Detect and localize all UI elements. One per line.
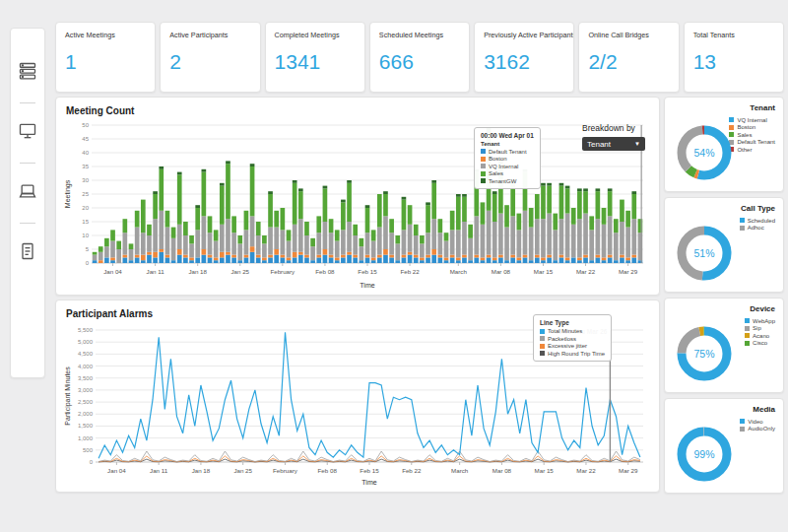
stat-label: Previously Active Participants: [484, 31, 573, 39]
svg-text:Jan 11: Jan 11: [150, 467, 168, 474]
legend-title: Line Type: [540, 319, 605, 326]
legend-label: Other: [737, 147, 752, 153]
svg-text:Mar 29: Mar 29: [619, 268, 638, 275]
stat-label: Active Participants: [169, 31, 259, 39]
svg-text:50: 50: [82, 122, 89, 128]
svg-text:Time: Time: [360, 282, 374, 289]
tooltip-series-item: Default Tenant: [481, 149, 534, 155]
tooltip-series-item: TenantGW: [481, 178, 534, 184]
chevron-down-icon: ▼: [634, 141, 640, 147]
svg-text:2,500: 2,500: [78, 399, 94, 405]
meeting-count-panel: Meeting Count Breakdown by Tenant ▼ 00:0…: [55, 97, 660, 296]
donut-legend-item: Other: [729, 147, 775, 153]
legend-label: Sales: [489, 170, 503, 176]
breakdown-control: Breakdown by Tenant ▼: [582, 123, 645, 151]
legend-item[interactable]: High Round Trip Time: [540, 351, 605, 357]
legend-label: Boston: [489, 156, 507, 162]
svg-text:Jan 11: Jan 11: [147, 268, 165, 275]
legend-swatch: [481, 164, 486, 168]
donut-legend-item: Acano: [745, 333, 775, 339]
svg-text:51%: 51%: [693, 247, 714, 259]
stat-value: 2/2: [588, 50, 678, 74]
stat-card-previously-active-participants: Previously Active Participants 3162: [474, 22, 574, 93]
meetings-list-icon[interactable]: [18, 61, 37, 85]
stat-label: Online Call Bridges: [588, 31, 678, 39]
svg-text:Jan 18: Jan 18: [192, 467, 211, 474]
svg-text:Mar 08: Mar 08: [492, 467, 512, 474]
legend-item[interactable]: Packetloss: [540, 336, 605, 342]
legend-swatch: [740, 218, 745, 223]
donut-legend-item: Cisco: [745, 340, 775, 346]
legend-label: Packetloss: [548, 336, 576, 342]
svg-text:Jan 25: Jan 25: [233, 467, 252, 474]
legend-label: Video: [748, 419, 762, 425]
tooltip-timestamp: 00:00 Wed Apr 01: [481, 132, 534, 139]
donut-legend-item: Scheduled: [740, 218, 775, 224]
legend-label: Total Minutes: [548, 328, 582, 334]
legend-items: Total MinutesPacketlossExcessive jitterH…: [540, 328, 605, 357]
breakdown-select[interactable]: Tenant ▼: [582, 137, 645, 151]
donut-card-media: Media VideoAudioOnly 99%: [664, 398, 784, 494]
stat-label: Active Meetings: [65, 31, 155, 39]
donut-legend-item: Sales: [729, 132, 775, 138]
donut-title: Media: [753, 405, 775, 414]
legend-swatch: [540, 351, 545, 356]
sidebar-divider: [20, 223, 35, 224]
legend-swatch: [740, 226, 745, 231]
report-icon[interactable]: [18, 241, 37, 265]
legend-label: High Round Trip Time: [548, 351, 605, 357]
stat-label: Total Tenants: [693, 31, 783, 39]
meeting-count-bar-chart[interactable]: 05101520253035404550Jan 04Jan 11Jan 18Ja…: [62, 117, 653, 291]
stat-value: 1: [65, 50, 155, 74]
legend-swatch: [745, 318, 750, 323]
svg-text:40: 40: [82, 150, 89, 156]
monitor-icon[interactable]: [18, 121, 37, 145]
donut-legend: VideoAudioOnly: [740, 417, 775, 432]
svg-text:Feb 22: Feb 22: [402, 467, 422, 474]
tooltip-series-item: Boston: [481, 156, 534, 162]
svg-text:Feb 22: Feb 22: [400, 268, 420, 275]
donut-title: Device: [750, 304, 775, 313]
call-type-donut-chart[interactable]: 51%: [673, 222, 736, 285]
donut-legend-item: Default Tenant: [729, 139, 775, 145]
laptop-icon[interactable]: [18, 181, 37, 205]
stat-label: Completed Meetings: [275, 31, 364, 39]
svg-text:10: 10: [82, 233, 89, 238]
device-donut-chart[interactable]: 75%: [673, 322, 736, 385]
tooltip-series-item: Sales: [481, 170, 534, 176]
stat-value: 13: [693, 50, 783, 74]
svg-text:February: February: [270, 268, 296, 275]
legend-swatch: [481, 149, 486, 154]
participant-alarms-panel: Participant Alarms Line Type Total Minut…: [55, 299, 660, 493]
svg-text:Participant Minutes: Participant Minutes: [64, 366, 72, 426]
tooltip-series-list: Default TenantBostonVQ InternalSalesTena…: [481, 149, 534, 184]
legend-item[interactable]: Excessive jitter: [540, 343, 605, 349]
tenant-donut-chart[interactable]: 54%: [673, 121, 736, 184]
svg-text:Feb 15: Feb 15: [358, 268, 377, 275]
donut-legend: WebAppSipAcanoCisco: [745, 316, 775, 346]
legend-label: VQ Internal: [737, 117, 766, 123]
svg-text:Feb 08: Feb 08: [318, 467, 338, 474]
svg-text:4,000: 4,000: [78, 364, 94, 369]
legend-label: Default Tenant: [737, 139, 775, 145]
donut-legend-item: Adhoc: [740, 225, 775, 231]
legend-item[interactable]: Total Minutes: [540, 328, 605, 334]
svg-text:Jan 25: Jan 25: [230, 268, 249, 275]
legend-label: Acano: [753, 333, 769, 339]
donut-card-tenant: Tenant VQ InternalBostonSalesDefault Ten…: [664, 97, 784, 192]
legend-swatch: [745, 341, 750, 346]
svg-text:Mar 22: Mar 22: [576, 268, 596, 275]
legend-label: Excessive jitter: [548, 343, 587, 349]
stat-card-completed-meetings: Completed Meetings 1341: [265, 22, 365, 93]
svg-text:Mar 22: Mar 22: [576, 467, 596, 474]
legend-swatch: [540, 344, 545, 349]
legend-label: Default Tenant: [489, 149, 527, 155]
svg-text:4,500: 4,500: [78, 351, 94, 357]
legend-swatch: [745, 326, 750, 331]
sidebar: [10, 28, 45, 378]
svg-text:3,500: 3,500: [78, 375, 94, 381]
dashboard-page: Active Meetings 1 Active Participants 2 …: [0, 0, 788, 532]
svg-text:Jan 18: Jan 18: [188, 268, 207, 275]
media-donut-chart[interactable]: 99%: [673, 423, 736, 486]
tooltip-title: Tenant: [481, 141, 534, 147]
